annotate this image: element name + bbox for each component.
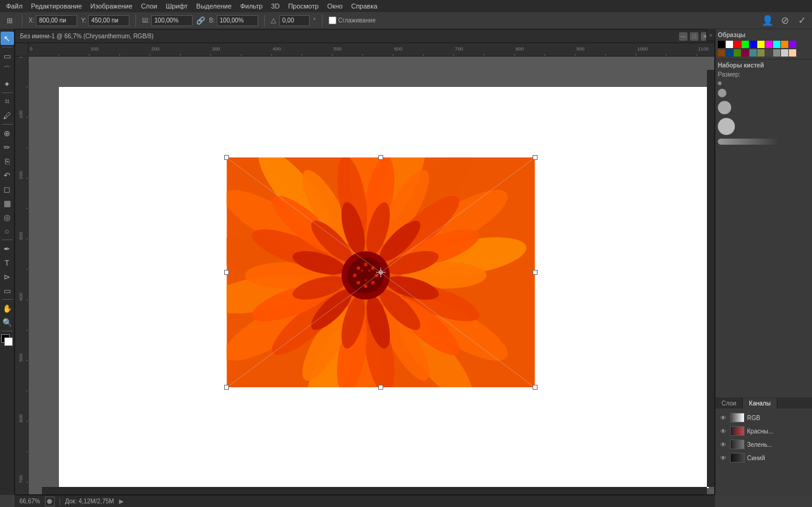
options-w-input[interactable] [151, 15, 193, 26]
menu-item-layers[interactable]: Слои [137, 2, 161, 10]
link-icon[interactable]: 🔗 [196, 16, 205, 25]
swatch-row1-6[interactable] [765, 41, 773, 48]
swatch-row2-6[interactable] [765, 49, 773, 57]
tool-clone[interactable]: ⎘ [1, 154, 14, 168]
tab-channels[interactable]: Каналы [743, 398, 777, 409]
options-h-input[interactable] [217, 15, 258, 26]
smooth-checkbox[interactable] [329, 16, 336, 24]
swatch-row1-8[interactable] [781, 41, 788, 48]
brush-preset-5[interactable] [718, 139, 810, 145]
handle-top-center[interactable] [378, 155, 383, 160]
svg-point-56 [357, 281, 360, 285]
menu-item-view[interactable]: Просмотр [284, 2, 322, 10]
options-separator-3 [264, 15, 265, 27]
svg-point-61 [364, 279, 367, 281]
tool-healing[interactable]: ⊕ [1, 126, 14, 140]
background-color[interactable] [4, 337, 13, 346]
handle-bottom-left[interactable] [224, 385, 229, 390]
handle-middle-right[interactable] [533, 270, 537, 275]
swatch-row2-1[interactable] [726, 49, 733, 57]
swatch-row2-7[interactable] [773, 49, 780, 57]
tab-layers[interactable]: Слои [715, 398, 743, 409]
swatch-row2-3[interactable] [742, 49, 749, 57]
status-options-btn[interactable]: ⬤ [45, 497, 55, 506]
brush-preset-4[interactable] [718, 118, 810, 135]
tool-brush[interactable]: ✏ [1, 140, 14, 154]
menu-item-help[interactable]: Справка [347, 2, 381, 10]
menu-item-file[interactable]: Файл [2, 2, 26, 10]
status-sep-1 [60, 498, 60, 505]
doc-maximize-btn[interactable]: □ [690, 32, 698, 41]
image-transform-container[interactable] [226, 157, 536, 388]
handle-top-right[interactable] [533, 155, 537, 160]
scrollbar-vertical[interactable] [707, 70, 714, 487]
swatch-row2-8[interactable] [781, 49, 788, 57]
channel-row-blue[interactable]: 👁 Синий [718, 451, 810, 464]
channel-eye-blue[interactable]: 👁 [719, 454, 728, 462]
channel-eye-green[interactable]: 👁 [719, 440, 728, 449]
handle-middle-left[interactable] [224, 270, 229, 275]
tool-eraser[interactable]: ◻ [1, 182, 14, 196]
tool-move[interactable]: ↖ [1, 32, 14, 45]
menu-item-edit[interactable]: Редактирование [27, 2, 86, 10]
channel-row-rgb[interactable]: 👁 RGB [718, 411, 810, 424]
brush-preset-1[interactable] [718, 81, 810, 85]
tool-zoom[interactable]: 🔍 [1, 316, 14, 329]
brush-preset-3[interactable] [718, 101, 810, 114]
tool-quickselect[interactable]: ✦ [1, 77, 14, 91]
channel-row-red[interactable]: 👁 Красны... [718, 424, 810, 438]
swatch-row2-9[interactable] [789, 49, 796, 57]
swatch-row1-2[interactable] [734, 41, 741, 48]
swatch-row1-3[interactable] [742, 41, 749, 48]
options-y-input[interactable] [88, 15, 129, 26]
status-bar: 66,67% ⬤ Док: 4,12M/2,75M ▶ [15, 495, 715, 507]
handle-bottom-center[interactable] [378, 385, 383, 390]
menu-item-window[interactable]: Окно [324, 2, 347, 10]
swatch-row1-5[interactable] [757, 41, 765, 48]
tool-dodge[interactable]: ○ [1, 224, 14, 238]
fg-bg-colors[interactable] [1, 334, 13, 347]
tool-crop[interactable]: ⌗ [1, 95, 14, 108]
tool-path-select[interactable]: ⊳ [1, 270, 14, 283]
brush-preset-2[interactable] [718, 89, 810, 97]
smooth-check-label[interactable]: Сглаживание [329, 16, 376, 24]
tool-marquee[interactable]: ▭ [1, 49, 14, 63]
tool-lasso[interactable]: ⌒ [1, 63, 14, 77]
channel-eye-rgb[interactable]: 👁 [719, 413, 728, 422]
swatch-row1-4[interactable] [749, 41, 757, 48]
menu-item-select[interactable]: Выделение [193, 2, 235, 10]
tool-gradient[interactable]: ▦ [1, 196, 14, 210]
tool-hand[interactable]: ✋ [1, 302, 14, 315]
swatch-row2-4[interactable] [749, 49, 757, 57]
channel-eye-red[interactable]: 👁 [719, 427, 728, 435]
doc-minimize-btn[interactable]: — [679, 32, 687, 41]
tool-blur[interactable]: ◎ [1, 210, 14, 224]
tool-shape[interactable]: ▭ [1, 284, 14, 297]
options-confirm-btn[interactable]: ✓ [795, 14, 808, 27]
options-x-input[interactable] [36, 15, 77, 26]
swatch-row1-1[interactable] [726, 41, 733, 48]
swatch-row2-5[interactable] [757, 49, 765, 57]
swatch-row1-0[interactable] [718, 41, 725, 48]
options-icon-btn-1[interactable]: 👤 [761, 14, 774, 27]
swatch-row2-0[interactable] [718, 49, 725, 57]
menu-item-font[interactable]: Шрифт [162, 2, 191, 10]
options-angle-input[interactable] [279, 15, 310, 26]
handle-top-left[interactable] [224, 155, 229, 160]
panel-collapse-btn[interactable]: » [706, 29, 715, 41]
tool-eyedropper[interactable]: 🖊 [1, 109, 14, 122]
menu-item-filter[interactable]: Фильтр [236, 2, 266, 10]
tool-text[interactable]: T [1, 256, 14, 269]
swatch-row2-2[interactable] [734, 49, 741, 57]
handle-bottom-right[interactable] [533, 385, 537, 390]
menu-item-3d[interactable]: 3D [267, 2, 283, 10]
options-icon-btn-2[interactable]: ⊘ [778, 14, 791, 27]
doc-canvas-area [15, 43, 714, 494]
tool-pen[interactable]: ✒ [1, 242, 14, 255]
tool-history[interactable]: ↶ [1, 168, 14, 182]
channel-row-green[interactable]: 👁 Зелень... [718, 438, 810, 451]
scrollbar-horizontal[interactable] [42, 487, 707, 494]
swatch-row1-7[interactable] [773, 41, 780, 48]
menu-item-image[interactable]: Изображение [87, 2, 136, 10]
swatch-row1-9[interactable] [789, 41, 796, 48]
